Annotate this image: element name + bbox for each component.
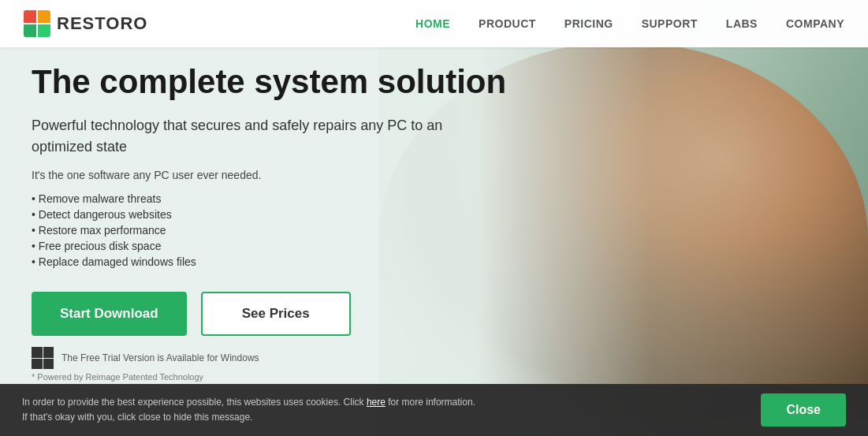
windows-icon: [32, 347, 54, 369]
bullet-2: Detect dangerous websites: [32, 208, 836, 221]
bullet-3: Restore max performance: [32, 224, 836, 237]
hero-subtitle: Powerful technology that secures and saf…: [32, 115, 481, 158]
nav-home[interactable]: HOME: [415, 17, 450, 30]
nav-links: HOME PRODUCT PRICING SUPPORT LABS COMPAN…: [415, 17, 844, 31]
nav-labs[interactable]: LABS: [726, 17, 758, 30]
windows-note: The Free Trial Version is Available for …: [32, 347, 836, 369]
bullet-4: Free precious disk space: [32, 240, 836, 252]
navbar: RESTORO HOME PRODUCT PRICING SUPPORT LAB…: [0, 0, 868, 47]
powered-text: * Powered by Reimage Patented Technology: [32, 372, 836, 382]
bullet-5: Replace damaged windows files: [32, 255, 836, 268]
windows-note-text: The Free Trial Version is Available for …: [61, 352, 259, 363]
nav-support[interactable]: SUPPORT: [642, 17, 698, 30]
cookie-here-link[interactable]: here: [367, 397, 386, 408]
cookie-line2: for more information.: [386, 397, 475, 408]
logo-icon: [24, 10, 50, 37]
nav-pricing[interactable]: PRICING: [564, 17, 613, 30]
hero-content: The complete system solution Powerful te…: [0, 0, 868, 436]
hero-bullets: Remove malware threats Detect dangerous …: [32, 192, 836, 268]
bullet-1: Remove malware threats: [32, 192, 836, 205]
cookie-line1: In order to provide the best experience …: [22, 397, 367, 408]
cookie-text: In order to provide the best experience …: [22, 395, 475, 425]
start-download-button[interactable]: Start Download: [32, 292, 187, 336]
see-prices-button[interactable]: See Prices: [201, 292, 351, 336]
hero-buttons: Start Download See Prices: [32, 292, 836, 336]
hero-title: The complete system solution: [32, 63, 536, 101]
cookie-banner: In order to provide the best experience …: [0, 384, 868, 436]
logo-text: RESTORO: [57, 13, 147, 34]
nav-product[interactable]: PRODUCT: [479, 17, 536, 30]
logo-link[interactable]: RESTORO: [24, 10, 147, 37]
cookie-close-button[interactable]: Close: [761, 393, 846, 427]
nav-company[interactable]: COMPANY: [786, 17, 844, 30]
hero-tagline: It's the one software any PC user ever n…: [32, 169, 836, 181]
cookie-line3: If that's okay with you, click close to …: [22, 412, 252, 423]
